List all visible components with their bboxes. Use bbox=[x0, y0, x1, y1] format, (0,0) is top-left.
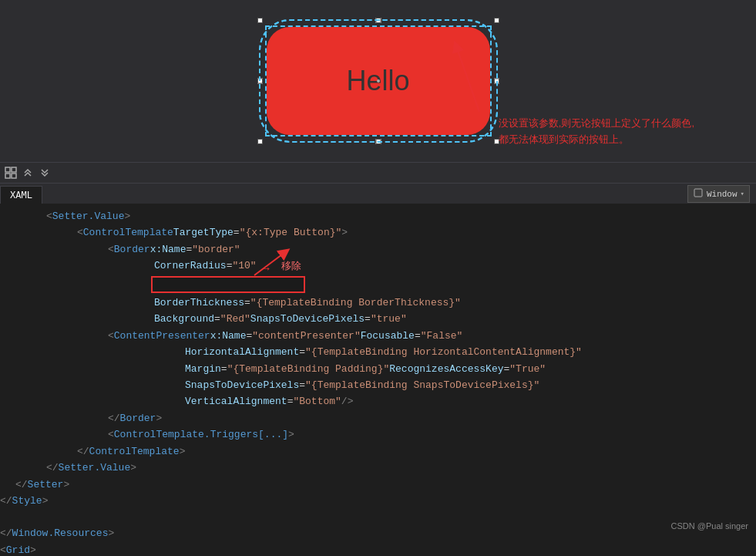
preview-area: Hello 没设置该参数,则无论按钮上定义了什么颜色, 都无法体现到实际的按钮上… bbox=[0, 0, 756, 162]
code-line-6: Background="Red" SnapsToDevicePixels="tr… bbox=[0, 311, 756, 327]
selection-handle-tc bbox=[375, 18, 381, 23]
selection-handle-ml bbox=[257, 79, 263, 84]
tab-xaml[interactable]: XAML bbox=[0, 186, 42, 204]
selection-handle-tr bbox=[494, 18, 499, 23]
window-dropdown-icon bbox=[693, 187, 704, 200]
code-line-12: </Border> bbox=[0, 410, 756, 426]
code-line-13: <ControlTemplate.Triggers [...]> bbox=[0, 426, 756, 443]
toolbar-icon-grid[interactable] bbox=[3, 165, 18, 180]
window-selector-label: Window bbox=[707, 190, 738, 199]
code-line-14: </ControlTemplate> bbox=[0, 443, 756, 460]
code-line-1: <Setter.Value> bbox=[0, 208, 756, 224]
annotation-block: 没设置该参数,则无论按钮上定义了什么颜色, 都无法体现到实际的按钮上。 bbox=[499, 116, 694, 148]
window-dropdown-chevron: ▾ bbox=[741, 190, 744, 198]
code-line-19: <Grid> bbox=[0, 542, 756, 556]
code-line-4: CornerRadius="10" → 移除 bbox=[0, 258, 756, 274]
svg-rect-3 bbox=[5, 174, 10, 178]
code-line-8: HorizontalAlignment="{TemplateBinding Ho… bbox=[0, 344, 756, 360]
removed-line-highlight bbox=[0, 275, 756, 294]
svg-rect-5 bbox=[694, 189, 702, 197]
svg-rect-4 bbox=[12, 174, 16, 178]
svg-rect-1 bbox=[5, 167, 10, 172]
toolbar-icon-collapse[interactable] bbox=[37, 165, 52, 180]
code-line-7: <ContentPresenter x:Name="contentPresent… bbox=[0, 328, 756, 344]
window-selector[interactable]: Window ▾ bbox=[687, 185, 750, 203]
code-line-5: BorderThickness="{TemplateBinding Border… bbox=[0, 295, 756, 311]
watermark: CSDN @Pual singer bbox=[671, 519, 748, 533]
selection-handle-bl bbox=[257, 139, 263, 144]
code-line-15: </Setter.Value> bbox=[0, 460, 756, 476]
svg-rect-2 bbox=[12, 167, 16, 172]
toolbar bbox=[0, 162, 756, 184]
svg-line-0 bbox=[456, 46, 479, 112]
selection-handle-bc bbox=[375, 139, 381, 144]
code-line-9: Margin="{TemplateBinding Padding}" Recog… bbox=[0, 361, 756, 377]
toolbar-icon-expand[interactable] bbox=[20, 165, 35, 180]
code-line-16: </Setter> bbox=[0, 477, 756, 493]
selection-handle-tl bbox=[257, 18, 263, 23]
code-area: <Setter.Value> <ControlTemplate TargetTy… bbox=[0, 204, 756, 556]
code-line-11: VerticalAlignment="Bottom"/> bbox=[0, 393, 756, 409]
tab-bar: XAML Window ▾ bbox=[0, 184, 756, 204]
code-line-2: <ControlTemplate TargetType="{x:Type But… bbox=[0, 224, 756, 241]
code-line-18: </Window.Resources> bbox=[0, 525, 756, 541]
code-line-3: <Border x:Name="border" bbox=[0, 241, 756, 258]
code-line-17: </Style> bbox=[0, 493, 756, 509]
svg-line-6 bbox=[254, 252, 285, 275]
center-dot bbox=[377, 79, 380, 83]
code-line-blank bbox=[0, 509, 756, 525]
annotation-line1: 没设置该参数,则无论按钮上定义了什么颜色, bbox=[499, 116, 694, 132]
annotation-line2: 都无法体现到实际的按钮上。 bbox=[499, 132, 694, 148]
code-line-10: SnapsToDevicePixels="{TemplateBinding Sn… bbox=[0, 377, 756, 393]
